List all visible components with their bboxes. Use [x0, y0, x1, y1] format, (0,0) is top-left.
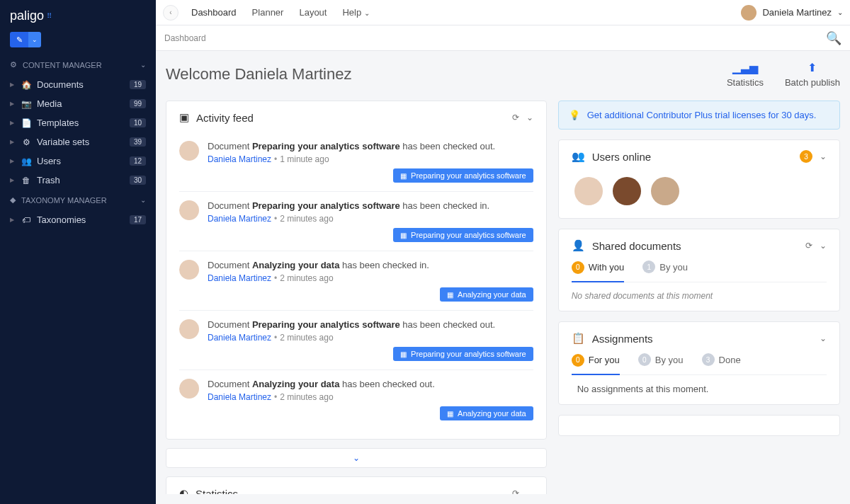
caret-icon: ▶ — [10, 101, 16, 107]
tab-by-you[interactable]: 1 By you — [642, 260, 688, 276]
caret-icon: ▶ — [10, 158, 16, 164]
tab-label: Done — [719, 355, 741, 365]
panel-title: Statistics — [196, 488, 238, 495]
user-name: Daniela Martinez — [762, 7, 832, 18]
compose-dropdown[interactable]: ⌄ — [28, 32, 41, 47]
sidebar-section-content[interactable]: ⚙ CONTENT MANAGER ⌄ — [0, 55, 156, 75]
feed-text: Document Preparing your analytics softwa… — [208, 141, 533, 151]
document-pill[interactable]: ▦Preparing your analytics software — [393, 347, 533, 361]
avatar[interactable] — [574, 177, 603, 205]
tab-by-you[interactable]: 0 By you — [638, 353, 684, 369]
sidebar-section-label: CONTENT MANAGER — [23, 61, 102, 69]
nav-dashboard[interactable]: Dashboard — [188, 7, 239, 18]
tab-label: With you — [589, 262, 625, 273]
tab-count: 1 — [642, 260, 655, 273]
sidebar-item[interactable]: ▶📄Templates10 — [0, 113, 156, 132]
logo[interactable]: paligo ⠿ — [0, 0, 156, 32]
avatar[interactable] — [651, 177, 679, 205]
nav-planner[interactable]: Planner — [249, 7, 287, 18]
rss-icon: ▣ — [179, 111, 189, 124]
doc-icon: ▦ — [400, 350, 407, 358]
item-icon: ⚙ — [21, 137, 31, 147]
sidebar-item[interactable]: ▶🏠Documents19 — [0, 75, 156, 94]
count-badge: 17 — [130, 215, 146, 224]
tab-for-you[interactable]: 0 For you — [572, 353, 620, 375]
sidebar-item-label: Templates — [37, 118, 79, 128]
item-icon: 📷 — [21, 99, 31, 109]
user-menu[interactable]: Daniela Martinez ⌄ — [741, 5, 843, 21]
doc-icon: ▦ — [447, 291, 453, 299]
tab-label: For you — [589, 355, 620, 365]
users-count-badge: 3 — [800, 150, 812, 163]
author-link[interactable]: Daniela Martinez — [208, 154, 271, 164]
sidebar-section-taxonomy[interactable]: ◆ TAXONOMY MANAGER ⌄ — [0, 190, 156, 210]
chevron-down-icon[interactable]: ⌄ — [820, 333, 827, 343]
page-title: Welcome Daniela Martinez — [166, 65, 351, 84]
users-icon: 👥 — [572, 150, 585, 163]
sidebar-item[interactable]: ▶🗑Trash30 — [0, 171, 156, 190]
tab-label: By you — [655, 355, 684, 365]
refresh-icon[interactable]: ⟳ — [512, 488, 519, 494]
feed-text: Document Analyzing your data has been ch… — [208, 260, 533, 270]
panel-title: Users online — [592, 151, 651, 163]
sidebar-item-label: Variable sets — [37, 137, 89, 147]
chevron-down-icon[interactable]: ⌄ — [526, 488, 533, 494]
trial-banner[interactable]: 💡 Get additional Contributor Plus trial … — [558, 101, 840, 130]
expand-feed-button[interactable]: ⌄ — [166, 448, 547, 468]
tab-count: 0 — [572, 261, 584, 274]
refresh-icon[interactable]: ⟳ — [805, 241, 812, 251]
main-content: ▣ Activity feed ⟳ ⌄ Document Preparing y… — [156, 98, 850, 504]
sidebar-item[interactable]: ▶⚙Variable sets39 — [0, 132, 156, 151]
refresh-icon[interactable]: ⟳ — [512, 113, 519, 122]
panel-placeholder — [558, 415, 840, 436]
batch-publish-action[interactable]: ⬆ Batch publish — [785, 61, 840, 88]
chevron-down-icon: ⌄ — [837, 8, 843, 16]
caret-icon: ▶ — [10, 139, 16, 145]
search-icon[interactable]: 🔍 — [826, 30, 842, 46]
nav-help[interactable]: Help — [339, 7, 373, 18]
sidebar-section-label: TAXONOMY MANAGER — [21, 196, 107, 205]
chevron-down-icon[interactable]: ⌄ — [820, 241, 827, 251]
chevron-down-icon[interactable]: ⌄ — [526, 113, 533, 122]
document-pill[interactable]: ▦Preparing your analytics software — [393, 168, 533, 183]
compose-button[interactable]: ✎ — [10, 32, 28, 47]
chevron-down-icon[interactable]: ⌄ — [820, 151, 827, 161]
clipboard-icon: 📋 — [572, 332, 585, 345]
feed-text: Document Analyzing your data has been ch… — [208, 379, 533, 389]
upload-icon: ⬆ — [808, 61, 817, 74]
avatar[interactable] — [613, 177, 641, 205]
breadcrumb[interactable]: Dashboard — [164, 33, 206, 43]
item-icon: 👥 — [21, 156, 31, 166]
author-link[interactable]: Daniela Martinez — [208, 333, 271, 343]
page-header: Welcome Daniela Martinez ▁▃▅ Statistics … — [156, 51, 850, 98]
compose-group: ✎ ⌄ — [10, 32, 41, 47]
timestamp: 2 minutes ago — [280, 392, 333, 402]
sidebar-item-label: Media — [37, 98, 62, 109]
author-link[interactable]: Daniela Martinez — [208, 392, 271, 402]
panel-title: Activity feed — [196, 112, 254, 124]
feed-text: Document Preparing your analytics softwa… — [208, 200, 533, 211]
sidebar-item[interactable]: ▶📷Media99 — [0, 94, 156, 113]
feed-item: Document Analyzing your data has been ch… — [179, 251, 533, 310]
avatar — [179, 200, 199, 220]
document-pill[interactable]: ▦Analyzing your data — [440, 287, 533, 302]
sidebar-item[interactable]: ▶🏷Taxonomies17 — [0, 210, 156, 229]
nav-layout[interactable]: Layout — [296, 7, 329, 18]
document-pill[interactable]: ▦Analyzing your data — [440, 406, 533, 420]
timestamp: 1 minute ago — [280, 154, 329, 164]
statistics-action[interactable]: ▁▃▅ Statistics — [727, 61, 764, 88]
tab-done[interactable]: 3 Done — [702, 353, 741, 369]
caret-icon: ▶ — [10, 177, 16, 183]
author-link[interactable]: Daniela Martinez — [208, 214, 271, 224]
gear-icon: ⚙ — [10, 60, 17, 69]
sidebar-item[interactable]: ▶👥Users12 — [0, 151, 156, 171]
author-link[interactable]: Daniela Martinez — [208, 273, 271, 283]
chevron-down-icon: ⌄ — [140, 61, 146, 69]
back-button[interactable]: ‹ — [163, 5, 178, 21]
feed-item: Document Preparing your analytics softwa… — [179, 310, 533, 370]
document-pill[interactable]: ▦Preparing your analytics software — [393, 228, 533, 242]
topbar: ‹ Dashboard Planner Layout Help Daniela … — [156, 0, 850, 25]
empty-state: No shared documents at this moment — [572, 291, 827, 301]
tab-with-you[interactable]: 0 With you — [572, 260, 625, 282]
tab-label: By you — [659, 262, 688, 273]
